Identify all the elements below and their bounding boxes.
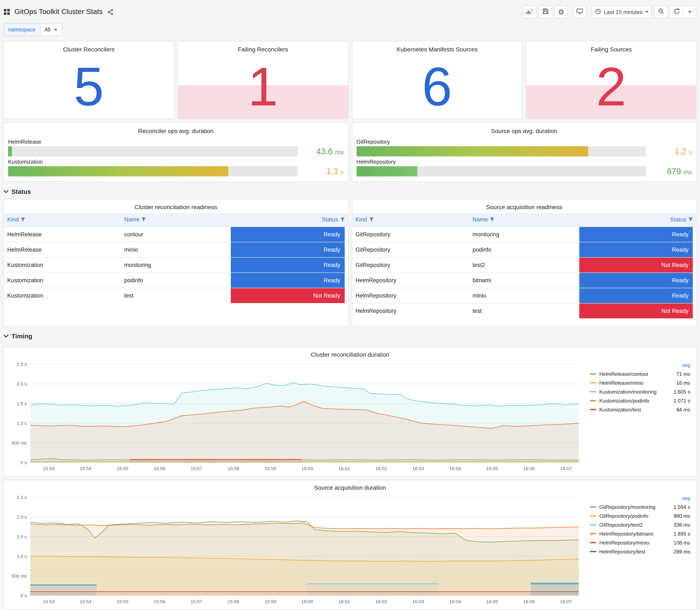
- panel-title[interactable]: Cluster reconciliation duration: [7, 349, 693, 360]
- panel-title[interactable]: Cluster reconciliation readiness: [4, 201, 348, 213]
- refresh-interval-dropdown[interactable]: [683, 5, 697, 18]
- zoom-out-icon: [658, 8, 664, 16]
- series-color-icon: [590, 400, 596, 401]
- legend-item[interactable]: HelmRepository/minio108 ms: [590, 538, 690, 547]
- series-color-icon: [590, 533, 596, 534]
- refresh-button[interactable]: [670, 5, 683, 18]
- legend-series-avg: 1.071 s: [669, 398, 690, 404]
- svg-text:16:05: 16:05: [486, 466, 498, 471]
- svg-text:16:00: 16:00: [302, 599, 313, 604]
- legend-item[interactable]: HelmRelease/contour71 ms: [590, 369, 690, 378]
- panel-cluster-reconciliation-readiness: Cluster reconciliation readiness Kind Na…: [3, 199, 348, 326]
- series-color-icon: [590, 524, 596, 525]
- variable-namespace-value-dropdown[interactable]: All: [40, 23, 62, 36]
- legend-series-name: HelmRelease/minio: [599, 380, 644, 386]
- filter-icon[interactable]: [142, 218, 146, 222]
- chart-canvas[interactable]: 0 s500 ms1.0 s1.5 s2.0 s2.5 s15:5315:541…: [7, 360, 583, 473]
- svg-text:16:00: 16:00: [302, 466, 313, 471]
- panel-title[interactable]: Source acquisition duration: [7, 482, 693, 493]
- stat-value: 5: [74, 60, 104, 114]
- svg-text:15:57: 15:57: [191, 599, 202, 604]
- section-header-status[interactable]: Status: [3, 183, 697, 199]
- legend-item[interactable]: HelmRelease/minio16 ms: [590, 378, 690, 387]
- gauge-track: [356, 146, 646, 157]
- chart-canvas[interactable]: 0 s500 ms1.0 s1.5 s2.0 s2.5 s15:5315:541…: [7, 493, 583, 606]
- column-header-kind[interactable]: Kind: [4, 213, 121, 227]
- filter-icon[interactable]: [490, 218, 494, 222]
- table-row: HelmRepositorybitnamiReady: [352, 272, 696, 288]
- table-row: GitRepositorypodinfoReady: [352, 242, 696, 257]
- legend-item[interactable]: Kustomization/monitoring1.605 s: [590, 387, 690, 396]
- chevron-down-icon: [688, 11, 691, 13]
- legend-series-avg: 16 ms: [672, 380, 690, 386]
- panel-source-acquisition-readiness: Source acquisition readiness Kind Name S…: [352, 199, 697, 326]
- svg-text:2.5 s: 2.5 s: [17, 362, 27, 367]
- legend-item[interactable]: Kustomization/test84 ms: [590, 405, 690, 414]
- panel-title[interactable]: Reconciler ops avg. duration: [8, 125, 344, 137]
- panel-source-acquisition-duration: Source acquisition duration 0 s500 ms1.0…: [3, 480, 697, 610]
- column-header-status[interactable]: Status: [227, 213, 348, 227]
- panel-title[interactable]: Cluster Reconcilers: [4, 44, 174, 55]
- status-badge: Not Ready: [579, 303, 693, 318]
- legend-series-avg: 289 ms: [669, 549, 690, 555]
- series-color-icon: [590, 542, 596, 543]
- legend-item[interactable]: GitRepository/monitoring1.594 s: [590, 502, 690, 511]
- filter-icon[interactable]: [688, 218, 693, 222]
- zoom-out-button[interactable]: [654, 5, 668, 18]
- legend-avg-header: avg: [590, 361, 690, 369]
- legend-series-name: Kustomization/monitoring: [599, 389, 656, 395]
- gauge-value: 879 ms: [651, 166, 692, 176]
- column-header-status[interactable]: Status: [576, 213, 696, 227]
- column-header-kind[interactable]: Kind: [352, 213, 469, 227]
- gauge-row: HelmRelease 43.6 ms: [8, 139, 344, 157]
- legend-item[interactable]: GitRepository/podinfo980 ms: [590, 511, 690, 520]
- legend-series-name: GitRepository/monitoring: [599, 504, 655, 510]
- legend-item[interactable]: HelmRepository/bitnami1.695 s: [590, 529, 690, 538]
- svg-text:15:53: 15:53: [43, 599, 54, 604]
- timeseries-plot[interactable]: 0 s500 ms1.0 s1.5 s2.0 s2.5 s15:5315:541…: [7, 493, 583, 606]
- status-badge: Ready: [231, 242, 344, 257]
- svg-text:15:59: 15:59: [264, 599, 276, 604]
- cycle-view-mode-button[interactable]: [573, 5, 587, 18]
- section-header-timing[interactable]: Timing: [3, 328, 697, 343]
- filter-icon[interactable]: [340, 218, 344, 222]
- share-icon[interactable]: [107, 9, 113, 15]
- gauge-value: 1.2 s: [651, 146, 692, 156]
- stat-value: 2: [596, 60, 626, 114]
- svg-text:500 ms: 500 ms: [12, 440, 27, 446]
- variable-namespace-label[interactable]: namespace: [3, 23, 40, 36]
- stats-row: Cluster Reconcilers 5 Failing Reconciler…: [3, 41, 697, 119]
- panel-title[interactable]: Kubernetes Manifests Sources: [352, 44, 522, 55]
- column-header-name[interactable]: Name: [121, 213, 227, 227]
- filter-icon[interactable]: [21, 218, 25, 222]
- legend-item[interactable]: GitRepository/test2338 ms: [590, 520, 690, 529]
- time-range-picker[interactable]: Last 15 minutes: [592, 5, 652, 18]
- status-badge: Ready: [231, 227, 344, 242]
- legend-series-name: HelmRelease/contour: [599, 371, 648, 377]
- panel-title[interactable]: Failing Sources: [526, 44, 696, 55]
- time-range-label: Last 15 minutes: [603, 9, 642, 15]
- clock-icon: [595, 8, 601, 16]
- legend-item[interactable]: Kustomization/podinfo1.071 s: [590, 396, 690, 405]
- variable-namespace-value: All: [45, 27, 50, 33]
- legend-item[interactable]: HelmRepository/test289 ms: [590, 547, 690, 556]
- timeseries-plot[interactable]: 0 s500 ms1.0 s1.5 s2.0 s2.5 s15:5315:541…: [7, 360, 583, 473]
- panel-title[interactable]: Failing Reconcilers: [178, 44, 348, 55]
- svg-text:15:53: 15:53: [43, 466, 54, 471]
- filter-icon[interactable]: [369, 218, 373, 222]
- dashboards-grid-icon[interactable]: [3, 9, 10, 15]
- legend-series-name: HelmRepository/minio: [599, 540, 649, 546]
- legend-series-avg: 108 ms: [669, 540, 690, 546]
- table-row: GitRepositorytest2Not Ready: [352, 257, 696, 272]
- panel-title[interactable]: Source acquisition readiness: [352, 201, 696, 213]
- svg-text:16:04: 16:04: [449, 466, 461, 471]
- add-panel-button[interactable]: [522, 5, 536, 18]
- save-dashboard-button[interactable]: [538, 5, 552, 18]
- svg-text:16:06: 16:06: [523, 599, 535, 604]
- gauge-value: 43.6 ms: [303, 146, 344, 156]
- panel-title[interactable]: Source ops avg. duration: [356, 125, 692, 137]
- dashboard-settings-button[interactable]: ⚙: [554, 5, 568, 18]
- column-header-name[interactable]: Name: [469, 213, 576, 227]
- svg-text:15:55: 15:55: [117, 466, 128, 471]
- legend-series-name: HelmRepository/test: [599, 549, 645, 555]
